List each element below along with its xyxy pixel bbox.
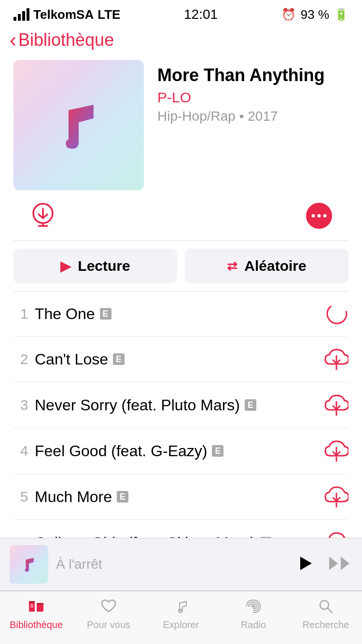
status-bar: TelkomSA LTE 12:01 ⏰ 93 % 🔋 [0,0,362,25]
track-name: Can't Lose E [35,350,320,368]
loading-icon [325,302,348,325]
tab-library[interactable]: Bibliothèque [0,597,72,630]
svg-marker-19 [329,557,338,570]
back-chevron-icon: ‹ [10,30,16,50]
mini-play-icon [294,553,316,574]
album-artist: P-LO [157,89,348,106]
album-header: More Than Anything P-LO Hip-Hop/Rap • 20… [0,55,362,190]
track-item[interactable]: 5 Much More E [14,474,348,520]
explicit-badge: E [212,445,223,457]
alarm-icon: ⏰ [281,8,296,21]
shuffle-label: Aléatoire [244,258,306,274]
download-track-icon [324,347,348,371]
track-item[interactable]: 1 The One E [14,292,348,336]
track-number: 2 [14,351,35,367]
album-art [14,60,144,190]
divider-top [14,240,348,241]
status-right: ⏰ 93 % 🔋 [281,7,348,22]
album-year: 2017 [248,109,278,124]
tab-search-label: Recherche [303,619,349,630]
track-item[interactable]: 3 Never Sorry (feat. Pluto Mars) E [14,382,348,428]
back-button[interactable]: ‹ Bibliothèque [10,30,114,50]
track-action[interactable] [320,393,348,417]
mini-player[interactable]: À l'arrêt [0,538,362,591]
download-track-icon [324,393,348,417]
album-info: More Than Anything P-LO Hip-Hop/Rap • 20… [157,60,348,124]
more-options-button[interactable] [305,202,333,232]
track-title: Can't Lose [35,350,108,368]
play-label: Lecture [78,258,130,274]
tab-library-label: Bibliothèque [10,619,63,630]
mini-music-note-icon [18,554,40,575]
track-item[interactable]: 2 Can't Lose E [14,336,348,382]
tab-search[interactable]: Recherche [290,597,362,630]
shuffle-icon: ⇄ [227,259,237,274]
mini-player-art [10,545,48,584]
track-number: 3 [14,397,35,413]
carrier-label: TelkomSA [33,7,94,22]
svg-marker-20 [341,557,349,570]
mini-play-button[interactable] [294,553,316,576]
track-number: 4 [14,443,35,459]
tab-foryou[interactable]: Pour vous [72,597,145,630]
svg-point-5 [318,214,321,218]
play-icon: ▶ [60,258,71,274]
status-left: TelkomSA LTE [14,7,120,22]
playback-row: ▶ Lecture ⇄ Aléatoire [14,249,348,283]
explicit-badge: E [113,353,125,365]
note-icon [172,597,190,617]
track-action[interactable] [320,347,348,371]
explicit-badge: E [245,399,256,411]
music-note-icon [45,91,112,159]
library-icon [27,597,45,617]
track-name: The One E [35,305,320,323]
network-label: LTE [97,7,120,22]
tab-browse[interactable]: Explorer [145,597,217,630]
tab-browse-label: Explorer [163,619,199,630]
album-genre: Hip-Hop/Rap [157,109,236,124]
track-title: Feel Good (feat. G-Eazy) [35,442,207,460]
nav-bar: ‹ Bibliothèque [0,25,362,55]
track-name: Much More E [35,488,320,506]
track-number: 1 [14,306,35,322]
svg-point-7 [327,304,347,323]
search-icon [317,597,335,617]
time-label: 12:01 [184,7,218,22]
track-action[interactable] [320,439,348,463]
track-number: 5 [14,489,35,505]
download-icon [29,202,57,230]
svg-point-27 [252,605,255,608]
track-item[interactable]: 4 Feel Good (feat. G-Eazy) E [14,428,348,474]
track-action[interactable] [320,485,348,509]
battery-icon: 🔋 [334,8,348,21]
svg-rect-22 [29,601,35,603]
track-title: The One [35,305,95,323]
download-album-button[interactable] [29,202,57,232]
track-name: Never Sorry (feat. Pluto Mars) E [35,396,320,414]
track-title: Much More [35,488,112,506]
more-icon [305,202,333,230]
track-action[interactable] [320,302,348,325]
mini-player-status: À l'arrêt [56,557,287,572]
battery-label: 93 % [301,7,329,22]
download-track-icon [324,485,348,509]
action-row [0,190,362,240]
album-dot: • [239,109,248,124]
mini-forward-icon [327,553,352,574]
album-title: More Than Anything [157,65,348,85]
heart-icon [99,597,118,617]
download-track-icon [324,439,348,463]
shuffle-button[interactable]: ⇄ Aléatoire [185,249,348,283]
signal-icon [14,8,29,21]
tab-radio[interactable]: Radio [217,597,290,630]
play-button[interactable]: ▶ Lecture [14,249,177,283]
mini-player-controls [294,553,352,576]
svg-line-29 [328,608,332,613]
svg-point-4 [312,214,315,218]
svg-marker-18 [300,557,312,570]
explicit-badge: E [117,491,128,503]
tab-radio-label: Radio [241,619,266,630]
mini-forward-button[interactable] [327,553,352,576]
track-name: Feel Good (feat. G-Eazy) E [35,442,320,460]
tab-bar: Bibliothèque Pour vous Explorer Radio [0,591,362,644]
